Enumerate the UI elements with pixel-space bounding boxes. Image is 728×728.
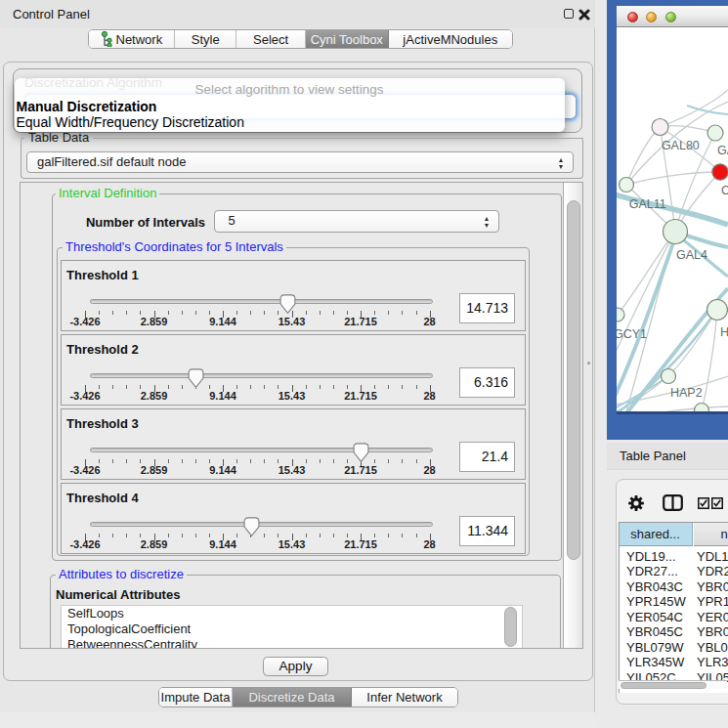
svg-text:C: C — [721, 184, 728, 197]
svg-text:GAL11: GAL11 — [629, 197, 666, 211]
svg-text:GCY1: GCY1 — [617, 327, 647, 341]
svg-text:H: H — [720, 325, 728, 339]
svg-text:GAL4: GAL4 — [676, 248, 707, 262]
svg-text:GA: GA — [717, 144, 728, 157]
svg-text:HAP2: HAP2 — [670, 386, 703, 400]
svg-text:GAL80: GAL80 — [662, 139, 700, 152]
